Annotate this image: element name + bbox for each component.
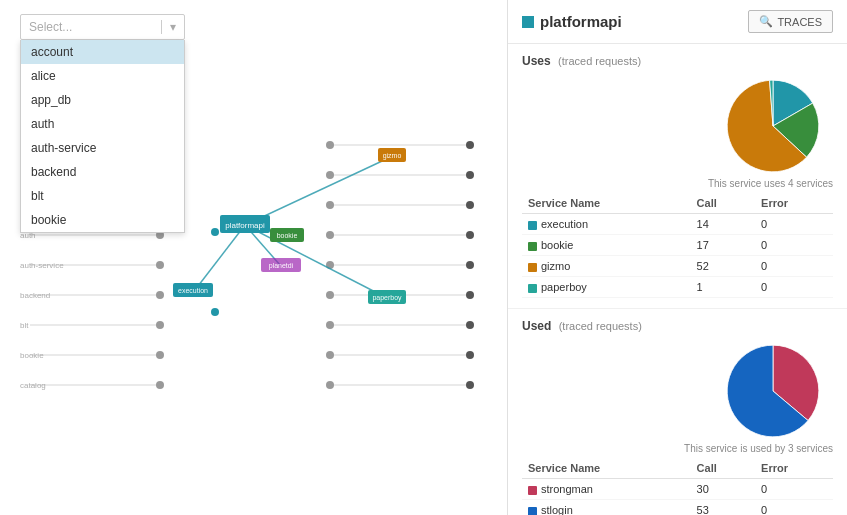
dropdown-item-alice[interactable]: alice [21, 64, 184, 88]
svc-color-dot [528, 263, 537, 272]
svg-point-29 [326, 201, 334, 209]
error-cell: 0 [755, 214, 833, 235]
svg-point-22 [156, 261, 164, 269]
error-cell: 0 [755, 256, 833, 277]
svg-text:catalog: catalog [20, 381, 46, 390]
error-cell: 0 [755, 500, 833, 516]
chevron-down-icon: ▾ [161, 20, 176, 34]
svg-text:backend: backend [20, 291, 50, 300]
col-call-2: Call [691, 458, 755, 479]
dropdown-item-bookie[interactable]: bookie [21, 208, 184, 232]
table-row: strongman 30 0 [522, 479, 833, 500]
used-table: Service Name Call Error strongman 30 0 s… [522, 458, 833, 515]
svg-point-38 [466, 201, 474, 209]
search-icon: 🔍 [759, 15, 773, 28]
col-service-name: Service Name [522, 193, 691, 214]
call-cell: 1 [691, 277, 755, 298]
error-cell: 0 [755, 479, 833, 500]
svg-point-26 [156, 381, 164, 389]
call-cell: 14 [691, 214, 755, 235]
svg-point-37 [466, 171, 474, 179]
used-pie-caption: This service is used by 3 services [684, 443, 833, 454]
used-section: Used (traced requests) This service is u… [508, 309, 847, 515]
graph-panel: platformapi bookie gizmo execution paper… [0, 0, 507, 515]
svg-point-44 [466, 381, 474, 389]
svg-point-34 [326, 351, 334, 359]
svg-point-25 [156, 351, 164, 359]
svg-point-43 [466, 351, 474, 359]
dropdown-menu: accountaliceapp_dbauthauth-servicebacken… [20, 40, 185, 233]
right-panel: platformapi 🔍 TRACES Uses (traced reques… [507, 0, 847, 515]
svc-name-cell: bookie [522, 235, 691, 256]
svg-point-41 [466, 291, 474, 299]
svg-point-36 [466, 141, 474, 149]
svg-point-40 [466, 261, 474, 269]
error-cell: 0 [755, 235, 833, 256]
uses-pie-chart [713, 76, 833, 176]
dropdown-item-auth[interactable]: auth [21, 112, 184, 136]
svg-text:paperboy: paperboy [372, 294, 402, 302]
svg-point-62 [211, 228, 219, 236]
dropdown-item-auth-service[interactable]: auth-service [21, 136, 184, 160]
svg-text:blt: blt [20, 321, 29, 330]
svg-text:gizmo: gizmo [383, 152, 402, 160]
used-pie-chart [713, 341, 833, 441]
service-select-dropdown[interactable]: Select... ▾ accountaliceapp_dbauthauth-s… [20, 14, 185, 40]
svc-name-cell: stlogin [522, 500, 691, 516]
traces-btn-label: TRACES [777, 16, 822, 28]
dropdown-trigger[interactable]: Select... ▾ [20, 14, 185, 40]
uses-section-title: Uses (traced requests) [522, 54, 833, 68]
call-cell: 52 [691, 256, 755, 277]
col-error: Error [755, 193, 833, 214]
svg-text:platformapi: platformapi [225, 221, 265, 230]
table-row: stlogin 53 0 [522, 500, 833, 516]
used-pie-area: This service is used by 3 services [522, 341, 833, 454]
svc-color-dot [528, 486, 537, 495]
svg-point-28 [326, 171, 334, 179]
svc-name-cell: execution [522, 214, 691, 235]
svg-point-23 [156, 291, 164, 299]
svc-color-dot [528, 221, 537, 230]
svg-point-24 [156, 321, 164, 329]
svc-name-cell: paperboy [522, 277, 691, 298]
traces-button[interactable]: 🔍 TRACES [748, 10, 833, 33]
svg-line-47 [195, 225, 245, 290]
table-row: paperboy 1 0 [522, 277, 833, 298]
dropdown-item-app_db[interactable]: app_db [21, 88, 184, 112]
svc-color-dot [528, 242, 537, 251]
call-cell: 30 [691, 479, 755, 500]
svc-color-dot [528, 507, 537, 515]
svg-point-35 [326, 381, 334, 389]
service-name: platformapi [540, 13, 622, 30]
svg-point-63 [211, 308, 219, 316]
error-cell: 0 [755, 277, 833, 298]
call-cell: 17 [691, 235, 755, 256]
uses-pie-caption: This service uses 4 services [708, 178, 833, 189]
svc-name-cell: strongman [522, 479, 691, 500]
svg-text:bookie: bookie [277, 232, 298, 239]
dropdown-placeholder: Select... [29, 20, 72, 34]
dropdown-item-blt[interactable]: blt [21, 184, 184, 208]
svg-point-33 [326, 321, 334, 329]
svc-color-dot [528, 284, 537, 293]
panel-header: platformapi 🔍 TRACES [508, 0, 847, 44]
svg-text:auth-service: auth-service [20, 261, 64, 270]
call-cell: 53 [691, 500, 755, 516]
panel-title: platformapi [522, 13, 622, 30]
uses-pie-area: This service uses 4 services [522, 76, 833, 189]
svg-text:execution: execution [178, 287, 208, 294]
svg-point-27 [326, 141, 334, 149]
svg-point-30 [326, 231, 334, 239]
svg-point-42 [466, 321, 474, 329]
dropdown-item-account[interactable]: account [21, 40, 184, 64]
col-call: Call [691, 193, 755, 214]
uses-section: Uses (traced requests) This service uses… [508, 44, 847, 309]
table-row: execution 14 0 [522, 214, 833, 235]
col-error-2: Error [755, 458, 833, 479]
used-section-title: Used (traced requests) [522, 319, 833, 333]
table-row: bookie 17 0 [522, 235, 833, 256]
dropdown-item-backend[interactable]: backend [21, 160, 184, 184]
col-service-name-2: Service Name [522, 458, 691, 479]
svc-name-cell: gizmo [522, 256, 691, 277]
uses-table: Service Name Call Error execution 14 0 b… [522, 193, 833, 298]
